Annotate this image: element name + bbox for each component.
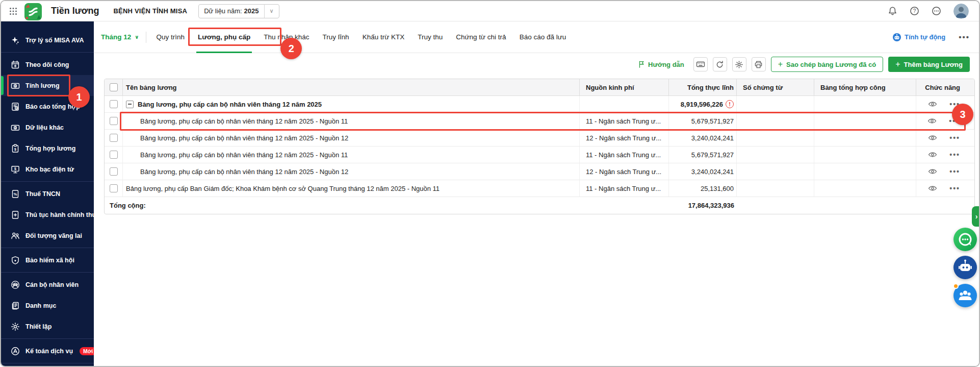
sidebar-item-tinh-luong[interactable]: $ Tính lương 1	[1, 75, 94, 96]
view-icon[interactable]	[928, 168, 937, 175]
app-grid-icon[interactable]	[9, 7, 17, 15]
help-icon[interactable]: ?	[910, 6, 919, 16]
refresh-button[interactable]	[713, 57, 727, 71]
guide-link[interactable]: Hướng dẫn	[637, 60, 684, 68]
month-selector[interactable]: Tháng 12 ∨	[97, 33, 146, 41]
tab-truy-linh[interactable]: Truy lĩnh	[316, 21, 356, 53]
row-more-icon[interactable]: •••	[949, 101, 960, 108]
chatbot-button[interactable]	[953, 256, 977, 279]
select-all-checkbox[interactable]	[110, 83, 118, 91]
grand-total-amount: 17,864,323,936	[688, 202, 734, 209]
settings-button[interactable]	[732, 57, 746, 71]
tab-luong-phu-cap[interactable]: Lương, phụ cấp 2	[191, 21, 257, 53]
add-salary-table-button[interactable]: + Thêm bảng Lương	[888, 57, 970, 72]
timesheet	[814, 180, 916, 197]
sidebar-item-tong-hop-luong[interactable]: $ Tổng hợp lương	[1, 138, 94, 159]
sidebar-item-thue-tncn[interactable]: % Thuế TNCN	[1, 183, 94, 204]
sidebar-item-ke-toan-dich-vu[interactable]: Kế toán dịch vụ Mới	[1, 340, 94, 361]
tab-more-icon[interactable]: •••	[959, 33, 970, 41]
column-header-total: Tổng thực lĩnh	[669, 79, 737, 95]
table-row[interactable]: Bảng lương, phụ cấp cán bộ nhân viên thá…	[105, 130, 974, 146]
tab-chung-tu-chi-tra[interactable]: Chứng từ chi trả	[449, 21, 512, 53]
total-amount: 8,919,596,226	[681, 101, 723, 108]
funding-source: 11 - Ngân sách Trung ư...	[580, 113, 669, 129]
gear-icon	[735, 60, 743, 69]
table-row[interactable]: Bảng lương, phụ cấp Ban Giám đốc; Khoa K…	[105, 180, 974, 197]
row-more-icon[interactable]: •••	[949, 134, 960, 141]
total-amount: 3,240,024,241	[691, 168, 734, 176]
view-icon[interactable]	[928, 101, 937, 107]
row-more-icon[interactable]: •••	[949, 168, 960, 175]
guide-flag-icon	[637, 60, 646, 68]
sparkle-icon	[11, 36, 20, 45]
auto-calc-link[interactable]: Tính tự động	[892, 33, 945, 42]
row-checkbox[interactable]	[110, 151, 118, 159]
panel-expander-button[interactable]: ›	[972, 206, 980, 227]
table-row[interactable]: Bảng lương, phụ cấp cán bộ nhân viên thá…	[105, 146, 974, 163]
notification-bell-icon[interactable]	[888, 6, 897, 16]
calendar-icon	[11, 60, 20, 69]
total-amount: 25,131,600	[701, 185, 734, 192]
money-icon: $	[11, 123, 20, 132]
robot-icon	[892, 33, 901, 42]
svg-text:$: $	[16, 106, 17, 109]
sidebar-item-theo-doi-cong[interactable]: Theo dõi công	[1, 54, 94, 75]
gear-icon	[11, 322, 20, 331]
copy-salary-table-button[interactable]: + Sao chép bảng Lương đã có	[771, 57, 883, 72]
sidebar-item-label: Thuế TNCN	[25, 190, 60, 198]
collapse-icon[interactable]	[126, 101, 134, 108]
row-checkbox[interactable]	[110, 167, 118, 176]
row-more-icon[interactable]: •••	[949, 151, 960, 158]
total-amount: 3,240,024,241	[691, 134, 734, 142]
sidebar-item-tro-ly-so-misa-ava[interactable]: Trợ lý số MISA AVA	[1, 30, 94, 51]
sidebar-item-kho-bac-dien-tu[interactable]: $ Kho bạc điện tử	[1, 159, 94, 180]
row-more-icon[interactable]: •••	[949, 185, 960, 192]
community-button[interactable]	[953, 284, 977, 307]
view-icon[interactable]	[928, 135, 937, 141]
sidebar-item-label: Kho bạc điện tử	[25, 166, 74, 173]
row-more-icon[interactable]: •••	[949, 117, 960, 125]
sidebar-item-du-lieu-khac[interactable]: $ Dữ liệu khác	[1, 117, 94, 138]
misa-logo-icon[interactable]	[24, 3, 42, 20]
table-row[interactable]: Bảng lương, phụ cấp cán bộ nhân viên thá…	[105, 96, 974, 113]
row-checkbox[interactable]	[110, 117, 118, 125]
sidebar-divider	[1, 272, 94, 273]
table-row[interactable]: Bảng lương, phụ cấp cán bộ nhân viên thá…	[105, 163, 974, 180]
sidebar-item-thu-tuc-hanh-chinh-thue[interactable]: Thủ tục hành chính thuế	[1, 204, 94, 225]
tab-khau-tru-ktx[interactable]: Khấu trừ KTX	[356, 21, 411, 53]
tab-truy-thu[interactable]: Truy thu	[411, 21, 449, 53]
sidebar-item-label: Theo dõi công	[25, 61, 69, 68]
sidebar-item-danh-muc[interactable]: Danh mục	[1, 295, 94, 316]
support-chat-icon	[953, 228, 977, 251]
svg-text:$: $	[14, 84, 16, 87]
row-checkbox[interactable]	[110, 184, 118, 192]
sidebar-item-thiet-lap[interactable]: Thiết lập	[1, 316, 94, 337]
print-button[interactable]	[752, 57, 766, 71]
keyboard-shortcuts-button[interactable]	[693, 57, 708, 71]
user-avatar[interactable]	[953, 4, 969, 19]
column-header-doc-number: Số chứng từ	[737, 79, 814, 95]
table-header-row: Tên bảng lương Nguồn kinh phí Tổng thực …	[105, 79, 974, 96]
tab-thu-nhap-khac[interactable]: Thu nhập khác	[257, 21, 316, 53]
table-row-highlighted[interactable]: Bảng lương, phụ cấp cán bộ nhân viên thá…	[105, 113, 974, 130]
sidebar-item-bao-hiem-xa-hoi[interactable]: Bảo hiểm xã hội	[1, 250, 94, 271]
row-checkbox[interactable]	[110, 100, 118, 108]
data-year-dropdown[interactable]: Dữ liệu năm: 2025 ∨	[198, 4, 279, 18]
clipboard-icon: $	[11, 144, 20, 153]
support-chat-button[interactable]	[953, 228, 977, 251]
sidebar-item-bao-cao-tong-hop[interactable]: $ Báo cáo tổng hợp	[1, 96, 94, 117]
tab-quy-trinh[interactable]: Quy trình	[149, 21, 191, 53]
people-icon	[11, 231, 20, 240]
view-icon[interactable]	[927, 118, 937, 124]
more-options-icon[interactable]	[932, 6, 941, 16]
row-checkbox[interactable]	[110, 134, 118, 142]
view-icon[interactable]	[928, 152, 937, 158]
doc-number	[737, 146, 814, 163]
data-year-value: 2025	[244, 7, 259, 15]
sidebar-item-label: Danh mục	[25, 302, 56, 309]
tab-bao-cao-da-luu[interactable]: Báo cáo đã lưu	[513, 21, 573, 53]
sidebar-item-doi-tuong-vang-lai[interactable]: Đối tượng vãng lai	[1, 225, 94, 246]
data-year-label: Dữ liệu năm:	[204, 7, 242, 15]
view-icon[interactable]	[928, 185, 937, 191]
sidebar-item-can-bo-nhan-vien[interactable]: Cán bộ nhân viên	[1, 274, 94, 295]
